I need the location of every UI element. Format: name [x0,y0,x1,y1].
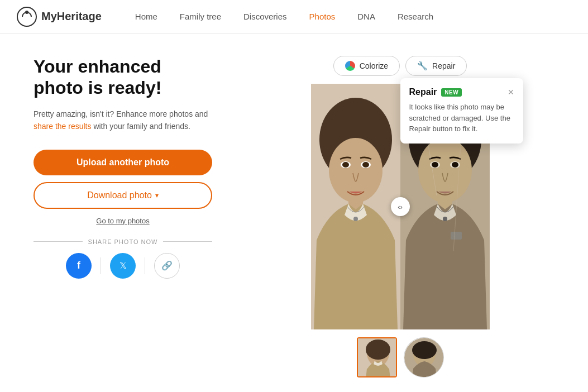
repair-tooltip: Repair NEW ✕ It looks like this photo ma… [400,78,523,144]
thumbnail-colorized[interactable] [357,337,397,377]
svg-point-25 [366,340,390,360]
svg-point-19 [443,217,447,221]
photo-slider-handle[interactable]: ‹› [391,197,410,216]
svg-point-1 [25,11,28,14]
subtitle: Pretty amazing, isn't it? Enhance more p… [34,108,212,133]
svg-point-28 [412,341,437,359]
slider-arrows-icon: ‹› [398,203,403,211]
colorize-button[interactable]: Colorize [333,56,400,76]
header: MyHeritage Home Family tree Discoveries … [0,0,588,34]
page-title: Your enhanced photo is ready! [34,56,212,99]
left-panel: Your enhanced photo is ready! Pretty ama… [34,56,212,279]
link-icon: 🔗 [161,260,173,271]
colorize-label: Colorize [360,61,388,70]
repair-icon: 🔧 [417,61,428,71]
share-label-row: SHARE PHOTO NOW [34,238,212,245]
share-line-left [34,241,83,242]
thumb-colorized-img [358,338,397,377]
repair-label: Repair [432,61,455,70]
right-panel: Colorize 🔧 Repair Repair NEW ✕ It looks … [246,56,554,377]
photo-left-svg [311,84,400,329]
thumb-original-img [404,338,444,377]
svg-point-7 [342,162,349,168]
share-line-right [163,241,212,242]
share-section: SHARE PHOTO NOW f 𝕏 🔗 [34,238,212,279]
share-separator-2 [145,257,145,274]
twitter-icon: 𝕏 [119,260,127,271]
nav-dna[interactable]: DNA [357,12,375,21]
share-link-button[interactable]: 🔗 [154,253,180,279]
nav-research[interactable]: Research [398,12,433,21]
main-nav: Home Family tree Discoveries Photos DNA … [135,12,571,21]
colorize-icon [345,61,355,71]
download-label: Download photo [87,190,152,200]
thumbnail-original[interactable] [404,337,444,377]
photo-left-half [311,84,400,329]
chevron-down-icon: ▾ [155,192,159,199]
share-buttons: f 𝕏 🔗 [66,253,180,279]
svg-point-10 [353,217,358,221]
tooltip-title: Repair [409,87,437,97]
tooltip-new-badge: NEW [441,88,462,97]
tooltip-header: Repair NEW ✕ [409,87,514,97]
facebook-icon: f [77,260,80,271]
nav-family-tree[interactable]: Family tree [180,12,221,21]
download-photo-button[interactable]: Download photo ▾ [34,182,212,209]
nav-home[interactable]: Home [135,12,157,21]
logo-icon [17,7,37,27]
share-twitter-button[interactable]: 𝕏 [110,253,136,279]
svg-point-9 [362,162,369,168]
nav-discoveries[interactable]: Discoveries [243,12,287,21]
repair-button[interactable]: 🔧 Repair [405,56,467,76]
svg-rect-20 [451,232,462,240]
photo-toolbar: Colorize 🔧 Repair [333,56,467,76]
svg-point-18 [452,162,458,168]
share-separator-1 [101,257,101,274]
tooltip-body: It looks like this photo may be scratche… [409,102,514,135]
tooltip-close-button[interactable]: ✕ [508,88,514,97]
logo-text: MyHeritage [41,10,102,23]
share-facebook-button[interactable]: f [66,253,92,279]
upload-another-button[interactable]: Upload another photo [34,150,212,175]
svg-point-16 [432,162,438,168]
logo[interactable]: MyHeritage [17,7,102,27]
share-label-text: SHARE PHOTO NOW [88,238,158,245]
thumbnails [357,337,444,377]
main-content: Your enhanced photo is ready! Pretty ama… [0,34,588,392]
photo-area: Repair NEW ✕ It looks like this photo ma… [311,84,490,329]
svg-point-0 [17,7,36,26]
go-to-photos-link[interactable]: Go to my photos [34,217,212,225]
nav-photos[interactable]: Photos [309,12,336,21]
